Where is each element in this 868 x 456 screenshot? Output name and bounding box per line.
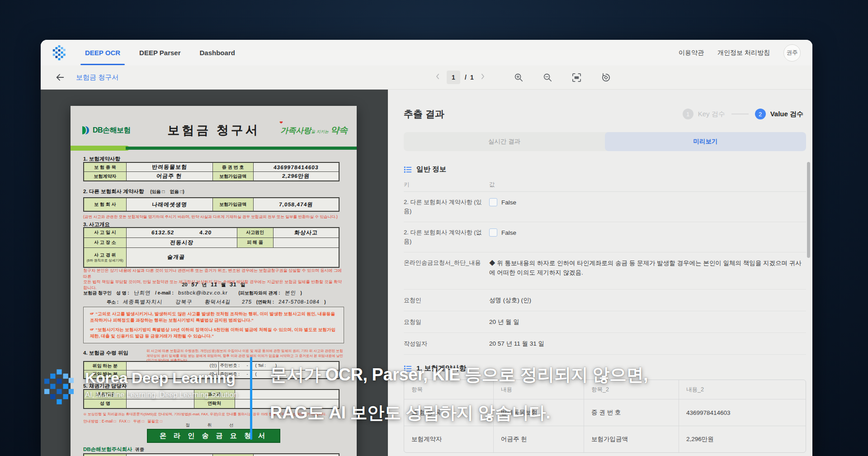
form-cell: 은 행 명	[212, 454, 253, 456]
top-navbar: DEEP OCR DEEP Parser Dashboard 이용약관 개인정보…	[41, 40, 812, 66]
form-cell: 어금주 헌	[126, 172, 212, 181]
tab-dashboard[interactable]: Dashboard	[200, 49, 235, 57]
kv-row[interactable]: 2. 다른 보험회사 계약사항 (있음) False	[404, 192, 806, 222]
kv-row[interactable]: 요청인 성명 (상호) (인)	[404, 290, 806, 311]
panel-header: 추출 결과 1 Key 검수 2 Value 검수	[404, 108, 806, 120]
kv-value: False	[501, 228, 516, 238]
doc-claimant-line: 보험금 청구인성 명 :난희연 / e-mail :bstbck@ibzv.co…	[83, 290, 344, 296]
step-2-circle: 2	[755, 109, 766, 119]
form-cell: 슬개골	[126, 247, 339, 267]
value-checkbox[interactable]	[489, 198, 497, 206]
form-cell: 사 고 경 위(6하 원칙으로 상세기재)	[84, 247, 126, 267]
zoom-in-button[interactable]	[514, 72, 524, 82]
next-page-button[interactable]	[478, 72, 487, 83]
form-cell: 전동시장	[126, 238, 237, 247]
kv-value: ◆ 위 통보내용의 하자로 인하여 타인계좌로의 송금 등 문제가 발생할 경우…	[489, 258, 806, 277]
form-cell	[253, 454, 339, 456]
arrow-left-icon	[55, 72, 65, 82]
general-info-title: 일반 정보	[416, 165, 446, 174]
form-cell: 2,296만원	[253, 172, 339, 181]
general-info-section-header: 일반 정보	[404, 165, 806, 174]
kv-row[interactable]: 2. 다른 보험회사 계약사항 (없음) False	[404, 222, 806, 252]
step-2-label: Value 검수	[770, 110, 803, 119]
terms-link[interactable]: 이용약관	[679, 49, 704, 57]
tab-preview[interactable]: 미리보기	[605, 132, 806, 151]
kv-key: 온라인송금요청서_하단_내용	[404, 258, 489, 267]
form-cell: 7,058,474원	[253, 198, 339, 211]
doc-contract-table: 보 험 종 목 반려동물보험 증 권 번 호 4369978414603 보험계…	[83, 162, 340, 181]
tab-deep-ocr[interactable]: DEEP OCR	[85, 49, 120, 57]
value-column-header: 값	[489, 181, 495, 189]
back-button[interactable]	[55, 72, 65, 82]
kv-column-headers: 키 값	[404, 178, 806, 192]
page-count: /1	[465, 74, 474, 81]
doc-accident-table: 사 고 일 시 6132.524.20 사고원인 화상사고 사 고 장 소 전동…	[83, 227, 340, 268]
tab-deep-parser[interactable]: DEEP Parser	[139, 49, 180, 57]
form-cell: 증 권 번 호	[212, 162, 253, 172]
kdl-logo-icon	[44, 369, 74, 405]
kv-value: 성명 (상호) (인)	[489, 295, 531, 305]
grid-header-cell: 내용_2	[679, 380, 806, 399]
value-checkbox[interactable]	[489, 228, 497, 237]
video-subtitle: 문서가 OCR, Parser, KIE 등으로 정리되지 않으면, RAG도 …	[270, 356, 648, 432]
form-cell: 계 좌 번 호	[84, 454, 126, 456]
user-avatar[interactable]: 권주	[783, 44, 801, 62]
tab-realtime-result[interactable]: 실시간 결과	[404, 132, 605, 151]
form-cell	[273, 238, 339, 247]
breadcrumb-document-title[interactable]: 보험금 청구서	[76, 73, 118, 82]
magnifier-minus-icon	[542, 72, 552, 82]
form-cell: 화상사고	[273, 228, 339, 238]
current-page-input[interactable]: 1	[447, 71, 460, 84]
form-cell: 보험계약자	[84, 172, 126, 181]
kv-key: 요청일	[404, 318, 489, 327]
kv-key: 2. 다른 보험회사 계약사항 (없음)	[404, 228, 489, 246]
form-cell: 보험가입금액	[212, 172, 253, 181]
doc-green-bar	[71, 146, 357, 151]
form-cell: 반려동물보험	[126, 162, 212, 172]
doc-addressee: DB손해보험주식회사귀중	[83, 446, 344, 453]
panel-scrollbar[interactable]	[807, 162, 810, 258]
kv-key: 요청인	[404, 296, 489, 305]
step-1-label: Key 검수	[698, 110, 725, 119]
kv-value: 20 년 월 일	[489, 317, 519, 327]
form-cell	[126, 454, 212, 456]
review-stepper: 1 Key 검수 2 Value 검수	[683, 109, 803, 119]
form-cell: 4369978414603	[253, 162, 339, 172]
prev-page-button[interactable]	[433, 72, 442, 83]
form-cell: 보험가입금액	[212, 198, 253, 211]
rotate-button[interactable]	[601, 72, 611, 83]
doc-date-line: 2057년11월31일	[83, 281, 344, 288]
brand-name: Korea Deep Learning	[85, 369, 238, 387]
nav-tabs: DEEP OCR DEEP Parser Dashboard	[85, 40, 235, 66]
form-cell: 사고원인	[237, 228, 273, 238]
chevron-right-icon	[478, 72, 487, 81]
doc-other-insurer-table: 보 험 회 사 나래에셋생명 보험가입금액 7,058,474원	[83, 197, 340, 212]
kv-value: 20 57 년 11 월 31 일	[489, 339, 544, 348]
kv-key: 2. 다른 보험회사 계약사항 (있음)	[404, 198, 489, 216]
document-toolbar: 보험금 청구서 1 /1	[41, 66, 812, 90]
heart-icon: ❤	[279, 120, 283, 125]
fit-screen-button[interactable]	[571, 72, 582, 83]
form-cell: 사 고 장 소	[84, 238, 126, 247]
fit-screen-icon	[571, 72, 582, 83]
panel-title: 추출 결과	[404, 108, 444, 120]
step-1-circle: 1	[683, 109, 693, 119]
doc-fraud-warning-box: ☞ “고의로 사고를 발생시키거나, 발생하지도 않은 사고를 발생한 것처럼 …	[83, 307, 344, 343]
key-column-header: 키	[404, 181, 489, 189]
doc-header: DB손해보험 보험금 청구서 ❤ 가족사랑을 지키는약속	[80, 119, 348, 142]
kv-row[interactable]: 온라인송금요청서_하단_내용 ◆ 위 통보내용의 하자로 인하여 타인계좌로의 …	[404, 252, 806, 290]
subtitle-line-1: 문서가 OCR, Parser, KIE 등으로 정리되지 않으면,	[270, 356, 648, 394]
privacy-link[interactable]: 개인정보 처리방침	[717, 49, 770, 57]
kv-row[interactable]: 작성일자 20 57 년 11 월 31 일	[404, 333, 806, 355]
kv-row[interactable]: 요청일 20 년 월 일	[404, 311, 806, 333]
stepper-connector	[731, 114, 749, 114]
zoom-out-button[interactable]	[542, 72, 552, 82]
doc-section1-title: 1. 보험계약사항	[83, 156, 344, 162]
online-remittance-banner: 온 라 인 송 금 요 청 서	[147, 429, 280, 443]
korea-deep-learning-brand: Korea Deep Learning AI, Machine Learning…	[44, 369, 238, 405]
form-cell: 보 험 종 목	[84, 162, 126, 172]
list-icon	[404, 166, 412, 174]
subtitle-line-2: RAG도 AI 보안도 성립하지 않습니다.	[270, 394, 648, 432]
app-logo-icon	[52, 45, 67, 61]
brand-text-block: Korea Deep Learning AI, Machine Learning…	[85, 369, 238, 399]
